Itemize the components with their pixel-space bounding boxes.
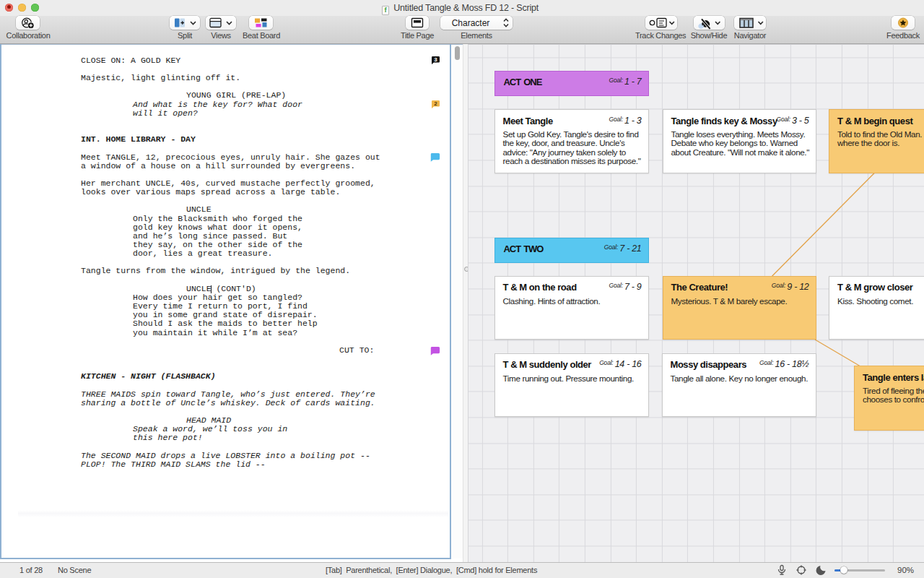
svg-text:2: 2 — [434, 100, 437, 107]
svg-text:3: 3 — [434, 56, 437, 63]
